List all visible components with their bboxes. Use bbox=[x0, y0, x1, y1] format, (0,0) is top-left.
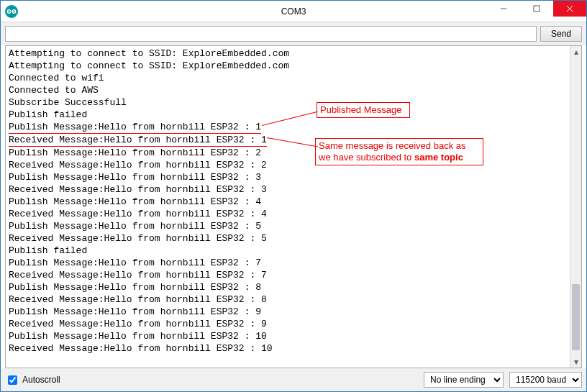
console-line: Received Message:Hello from hornbill ESP… bbox=[9, 232, 578, 245]
maximize-button[interactable] bbox=[520, 1, 553, 17]
scroll-up-arrow-icon[interactable]: ▴ bbox=[570, 46, 581, 58]
console-line: Publish Message:Hello from hornbill ESP3… bbox=[9, 281, 578, 293]
autoscroll-text: Autoscroll bbox=[22, 375, 60, 385]
serial-input[interactable] bbox=[5, 26, 537, 42]
console-line: Publish Message:Hello from hornbill ESP3… bbox=[9, 171, 578, 183]
svg-rect-6 bbox=[534, 6, 540, 12]
console-line: Attempting to connect to SSID: ExploreEm… bbox=[9, 60, 578, 72]
console-area: Attempting to connect to SSID: ExploreEm… bbox=[5, 45, 582, 368]
console-line: Received Message:Hello from hornbill ESP… bbox=[9, 293, 578, 306]
baud-rate-select[interactable]: 9600 baud57600 baud115200 baud bbox=[509, 372, 582, 388]
console-line: Subscribe Successfull bbox=[9, 96, 578, 109]
console-line: Attempting to connect to SSID: ExploreEm… bbox=[9, 47, 578, 60]
line-ending-select[interactable]: No line endingNewlineCarriage returnBoth… bbox=[424, 372, 504, 388]
console-line: Publish failed bbox=[9, 245, 578, 257]
status-bar: Autoscroll No line endingNewlineCarriage… bbox=[1, 368, 586, 391]
console-line: Received Message:Hello from hornbill ESP… bbox=[9, 208, 578, 220]
scroll-thumb[interactable] bbox=[572, 284, 580, 350]
console-line: Connected to wifi bbox=[9, 72, 578, 84]
window-controls bbox=[487, 1, 586, 22]
console-line: Received Message:Hello from hornbill ESP… bbox=[9, 318, 578, 330]
serial-monitor-window: COM3 Send Attempting to connect to SSID:… bbox=[0, 0, 587, 392]
console-output[interactable]: Attempting to connect to SSID: ExploreEm… bbox=[6, 46, 581, 368]
console-line: Publish Message:Hello from hornbill ESP3… bbox=[9, 147, 578, 159]
console-line: Publish Message:Hello from hornbill ESP3… bbox=[9, 306, 578, 318]
console-line: Received Message:Hello from hornbill ESP… bbox=[9, 134, 578, 147]
autoscroll-checkbox[interactable] bbox=[8, 375, 17, 385]
console-line: Publish Message:Hello from hornbill ESP3… bbox=[9, 220, 578, 232]
close-button[interactable] bbox=[553, 1, 586, 17]
console-line: Connected to AWS bbox=[9, 84, 578, 96]
console-line: Received Message:Hello from hornbill ESP… bbox=[9, 159, 578, 171]
console-line: Received Message:Hello from hornbill ESP… bbox=[9, 183, 578, 196]
console-line: Publish failed bbox=[9, 109, 578, 121]
minimize-button[interactable] bbox=[487, 1, 520, 17]
autoscroll-checkbox-label[interactable]: Autoscroll bbox=[5, 373, 60, 387]
console-line: Received Message:Hello from hornbill ESP… bbox=[9, 342, 578, 355]
send-toolbar: Send bbox=[1, 22, 586, 45]
console-line: Publish Message:Hello from hornbill ESP3… bbox=[9, 257, 578, 269]
titlebar: COM3 bbox=[1, 1, 586, 22]
scroll-track[interactable] bbox=[570, 58, 581, 356]
console-line: Received Message:Hello from hornbill ESP… bbox=[9, 269, 578, 281]
console-line: Publish Message:Hello from hornbill ESP3… bbox=[9, 330, 578, 342]
console-line: Publish Message:Hello from hornbill ESP3… bbox=[9, 196, 578, 208]
vertical-scrollbar[interactable]: ▴ ▾ bbox=[570, 46, 581, 368]
send-button[interactable]: Send bbox=[540, 26, 582, 42]
arduino-app-icon bbox=[5, 5, 18, 18]
console-line: Publish Message:Hello from hornbill ESP3… bbox=[9, 121, 578, 134]
scroll-down-arrow-icon[interactable]: ▾ bbox=[570, 356, 581, 368]
